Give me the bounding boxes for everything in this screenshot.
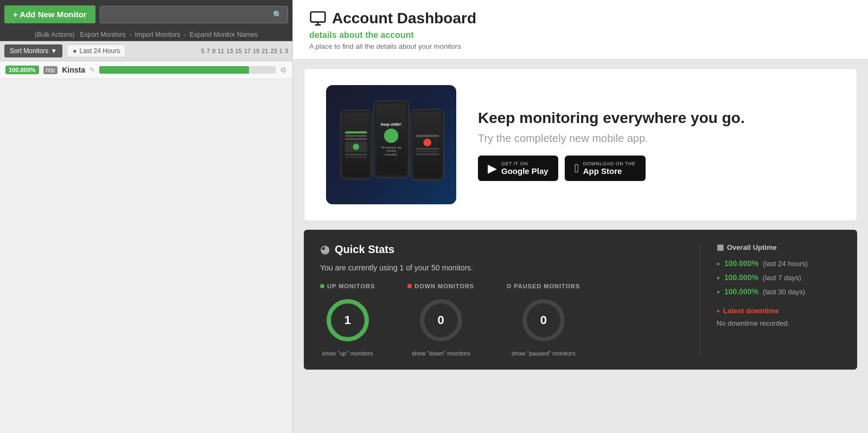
sidebar: + Add New Monitor 🔍 (Bulk Actions) Expor… [0,0,293,433]
search-icon: 🔍 [273,10,282,19]
page-15[interactable]: 15 [235,48,242,54]
uptime-bar [99,66,249,74]
up-monitors-count: 1 [344,313,350,327]
banner-subheading: Try the completely new mobile app. [478,132,835,145]
banner-text: Keep monitoring everywhere you go. Try t… [478,108,835,181]
uptime-24h-dot: ● [717,261,720,267]
uptime-24h-pct: 100.000% [724,259,758,268]
page-11[interactable]: 11 [218,48,224,54]
google-play-button[interactable]: ▶ GET IT ON Google Play [478,156,558,181]
page-17[interactable]: 17 [244,48,251,54]
time-filter-label: Last 24 Hours [80,47,120,55]
uptime-bar-container [99,66,276,74]
main-header: Account Dashboard details about the acco… [293,0,868,60]
expand-monitor-names-link[interactable]: Expand Monitor Names [190,31,258,38]
apple-icon:  [575,161,579,176]
down-monitors-donut: 0 [417,296,465,345]
import-monitors-link[interactable]: Import Monitors [135,31,180,38]
google-play-name: Google Play [501,166,548,176]
edit-icon[interactable]: ✎ [90,66,95,74]
monitor-icon [309,10,327,27]
bulk-actions-link[interactable]: (Bulk Actions) [35,31,74,38]
page-21[interactable]: 21 [261,48,268,54]
google-play-label: GET IT ON [501,161,548,166]
bar-chart-icon: ▩ [717,243,724,251]
overall-uptime-title: ▩ Overall Uptime [717,243,841,251]
add-monitor-button[interactable]: + Add New Monitor [4,5,95,23]
uptime-7d-period: (last 7 days) [763,274,801,282]
sort-monitors-button[interactable]: Sort Monitors ▼ [4,44,62,57]
stats-title: ◕ Quick Stats [320,243,684,256]
app-store-name: App Store [583,166,636,176]
down-monitors-stat: DOWN MONITORS 0 show "down" monitors [407,283,474,357]
uptime-7d-pct: 100.000% [724,273,758,282]
monitor-list: 100.000% http Kinsta ✎ ⚙ [0,61,292,433]
page-7[interactable]: 7 [207,48,210,54]
phone-screen-left [340,110,372,180]
page-5[interactable]: 5 [201,48,205,54]
latest-downtime-title: ● Latest downtime [717,307,841,315]
account-description: A place to find all the details about yo… [309,42,852,50]
monitors-grid: UP MONITORS 1 show "up" monitors [320,283,684,357]
up-monitors-stat: UP MONITORS 1 show "up" monitors [320,283,375,357]
search-box[interactable]: 🔍 [100,6,288,23]
page-numbers: 5 7 9 11 13 15 17 19 21 23 1 3 [201,48,288,54]
page-3[interactable]: 3 [285,48,288,54]
settings-icon[interactable]: ⚙ [280,66,287,74]
page-23[interactable]: 23 [271,48,277,54]
phone-screen-inner-mid: Keep chillin' All monitors are running s… [376,104,406,176]
page-19[interactable]: 19 [253,48,259,54]
paused-monitors-label: PAUSED MONITORS [507,283,580,289]
up-dot [320,284,324,288]
show-down-monitors-link[interactable]: show "down" monitors [412,350,470,357]
account-subtitle: details about the account [309,30,852,40]
chevron-down-icon: ▼ [50,47,57,55]
monitor-type-badge: http [43,66,58,74]
table-row[interactable]: 100.000% http Kinsta ✎ ⚙ [0,61,292,79]
phone-screen-right [411,109,444,181]
sort-monitors-label: Sort Monitors [10,47,48,55]
up-monitors-donut: 1 [323,296,372,345]
app-store-buttons: ▶ GET IT ON Google Play  Download on th… [478,156,835,181]
phone-screen-inner-right [413,112,441,178]
time-filter[interactable]: ● Last 24 Hours [67,44,126,57]
show-up-monitors-link[interactable]: show "up" monitors [322,350,373,357]
page-9[interactable]: 9 [212,48,215,54]
export-monitors-link[interactable]: Export Monitors [80,31,125,38]
banner-heading: Keep monitoring everywhere you go. [478,108,835,128]
app-store-label: Download on the [583,161,636,166]
clock-icon: ● [73,47,76,55]
page-1[interactable]: 1 [279,48,283,54]
uptime-badge: 100.000% [5,66,39,74]
paused-monitors-donut: 0 [519,296,568,345]
uptime-24h-period: (last 24 hours) [763,260,808,268]
uptime-30d-period: (last 30 days) [763,288,805,296]
uptime-30d-dot: ● [717,289,720,295]
up-monitors-label: UP MONITORS [320,283,375,289]
show-paused-monitors-link[interactable]: show "paused" monitors [512,350,576,357]
stats-usage: You are currently using 1 of your 50 mon… [320,263,684,272]
sidebar-toolbar: Sort Monitors ▼ ● Last 24 Hours 5 7 9 11… [0,41,292,61]
uptime-24h-row: ● 100.000% (last 24 hours) [717,259,841,268]
no-downtime-text: No downtime recorded. [717,319,841,327]
uptime-30d-pct: 100.000% [724,287,758,296]
page-title: Account Dashboard [309,10,852,27]
svg-rect-0 [311,12,326,22]
down-dot [407,284,412,288]
quick-stats: ◕ Quick Stats You are currently using 1 … [304,230,857,370]
page-13[interactable]: 13 [226,48,233,54]
stats-right: ▩ Overall Uptime ● 100.000% (last 24 hou… [700,243,841,357]
phone-mockup: Keep chillin' All monitors are running s… [326,85,456,204]
down-monitors-label: DOWN MONITORS [407,283,474,289]
google-play-icon: ▶ [488,161,497,176]
phone-screens: Keep chillin' All monitors are running s… [335,103,450,186]
paused-monitors-stat: PAUSED MONITORS 0 show "paused" monitors [507,283,580,357]
phone-screen-inner-left [343,113,369,177]
red-dot-icon: ● [717,308,720,314]
sidebar-header: + Add New Monitor 🔍 [0,0,292,29]
sidebar-actions: (Bulk Actions) Export Monitors - Import … [0,29,292,41]
monitor-name: Kinsta [62,66,85,74]
app-store-button[interactable]:  Download on the App Store [565,156,646,181]
uptime-7d-row: ● 100.000% (last 7 days) [717,273,841,282]
phone-screen-middle: Keep chillin' All monitors are running s… [373,100,409,178]
